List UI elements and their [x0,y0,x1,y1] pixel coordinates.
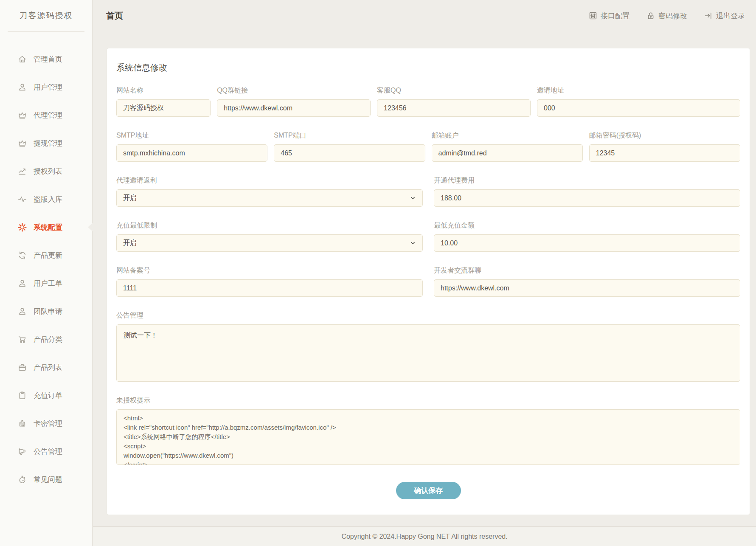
stopwatch-icon [18,475,27,484]
field-smtp-port: SMTP端口 [274,131,425,162]
sidebar-item-product-category[interactable]: 产品分类 [0,325,92,353]
sidebar-item-label: 授权列表 [34,166,62,176]
sidebar-item-label: 产品分类 [34,335,62,344]
field-email-password: 邮箱密码(授权码) [589,131,740,162]
sidebar-item-product-update[interactable]: 产品更新 [0,241,92,269]
sidebar-item-withdraw-management[interactable]: 提现管理 [0,129,92,157]
min-recharge-input[interactable] [434,234,740,252]
logout-icon [704,11,713,20]
save-button[interactable]: 确认保存 [396,482,461,499]
sidebar-item-card-key-management[interactable]: 卡密管理 [0,409,92,437]
form-row-5: 网站备案号 开发者交流群聊 [116,266,740,297]
field-label: 邀请地址 [537,86,740,95]
sidebar-item-announcement-management[interactable]: 公告管理 [0,437,92,465]
sidebar-item-faq[interactable]: 常见问题 [0,465,92,493]
active-item-arrow [88,223,93,231]
smtp-port-input[interactable] [274,144,425,162]
api-config-button[interactable]: 接口配置 [589,11,630,21]
sidebar-item-recharge-orders[interactable]: 充值订单 [0,381,92,409]
top-bar: 首页 接口配置 密码修改 退出登录 [93,0,756,31]
field-smtp-host: SMTP地址 [116,131,267,162]
password-change-button[interactable]: 密码修改 [646,11,687,21]
sidebar: 刀客源码授权 管理首页 用户管理 代理管理 提现管理 授权列表 盗版入库 系 [0,0,93,546]
chevron-down-icon [410,240,416,246]
sidebar-item-label: 用户管理 [34,82,62,92]
sidebar-item-product-list[interactable]: 产品列表 [0,353,92,381]
field-label: 代理邀请返利 [116,176,423,185]
sidebar-item-label: 提现管理 [34,138,62,148]
agent-rebate-select[interactable]: 开启 [116,189,423,207]
sidebar-item-license-list[interactable]: 授权列表 [0,157,92,185]
field-qq-group-link: QQ群链接 [217,86,371,117]
announcement-textarea[interactable]: 测试一下！ [116,324,740,382]
invite-address-input[interactable] [537,99,740,117]
sidebar-item-label: 代理管理 [34,110,62,120]
field-label: 客服QQ [377,86,531,95]
chevron-down-icon [410,195,416,201]
app-logo: 刀客源码授权 [0,0,92,31]
trend-chart-icon [18,167,27,176]
user-icon [18,279,27,288]
form-row-4: 充值最低限制 开启 最低充值金额 [116,221,740,252]
sidebar-item-user-tickets[interactable]: 用户工单 [0,269,92,297]
user-icon [18,83,27,92]
form-title: 系统信息修改 [116,62,740,73]
smtp-host-input[interactable] [116,144,267,162]
cart-icon [18,335,27,344]
icp-number-input[interactable] [116,279,423,297]
field-service-qq: 客服QQ [377,86,531,117]
email-password-input[interactable] [589,144,740,162]
field-invite-address: 邀请地址 [537,86,740,117]
selected-value: 开启 [123,239,137,248]
qq-group-link-input[interactable] [217,99,371,117]
megaphone-icon [18,447,27,456]
email-account-input[interactable] [432,144,583,162]
dev-group-input[interactable] [434,279,740,297]
system-info-card: 系统信息修改 网站名称 QQ群链接 客服QQ 邀请地址 SMTP地址 [107,48,750,515]
page-title: 首页 [106,10,123,22]
form-row-announcement: 公告管理 测试一下！ [116,311,740,382]
action-label: 退出登录 [716,11,745,21]
field-recharge-limit: 充值最低限制 开启 [116,221,423,252]
sidebar-item-pirate-storage[interactable]: 盗版入库 [0,185,92,213]
sidebar-item-system-config[interactable]: 系统配置 [0,213,92,241]
user-icon [18,307,27,316]
field-label: SMTP地址 [116,131,267,140]
sidebar-item-label: 充值订单 [34,391,62,400]
sidebar-item-team-application[interactable]: 团队申请 [0,297,92,325]
agent-fee-input[interactable] [434,189,740,207]
field-agent-rebate: 代理邀请返利 开启 [116,176,423,207]
lock-icon [646,11,655,20]
form-row-unauthorized: 未授权提示 <html> <link rel="shortcut icon" h… [116,396,740,465]
logout-button[interactable]: 退出登录 [704,11,745,21]
copyright-text: Copyright © 2024.Happy Gong NET All righ… [341,533,507,540]
sidebar-item-user-management[interactable]: 用户管理 [0,73,92,101]
field-dev-group: 开发者交流群聊 [434,266,740,297]
footer: Copyright © 2024.Happy Gong NET All righ… [93,526,756,546]
field-email-account: 邮箱账户 [432,131,583,162]
recharge-limit-select[interactable]: 开启 [116,234,423,252]
save-button-wrap: 确认保存 [116,482,740,499]
briefcase-icon [18,363,27,372]
selected-value: 开启 [123,194,137,203]
sidebar-item-admin-home[interactable]: 管理首页 [0,45,92,73]
form-row-3: 代理邀请返利 开启 开通代理费用 [116,176,740,207]
sidebar-item-agent-management[interactable]: 代理管理 [0,101,92,129]
crown-icon [18,139,27,148]
topbar-actions: 接口配置 密码修改 退出登录 [589,11,745,21]
field-label: SMTP端口 [274,131,425,140]
sidebar-item-label: 系统配置 [34,222,62,232]
action-label: 接口配置 [601,11,630,21]
brush-icon [18,419,27,428]
crown-icon [18,111,27,120]
unauthorized-tip-textarea[interactable]: <html> <link rel="shortcut icon" href="h… [116,409,740,465]
field-min-recharge: 最低充值金额 [434,221,740,252]
gear-icon [18,223,27,232]
service-qq-input[interactable] [377,99,531,117]
logo-divider [8,31,84,32]
sidebar-item-label: 用户工单 [34,279,62,288]
field-announcement: 公告管理 测试一下！ [116,311,740,382]
sidebar-menu: 管理首页 用户管理 代理管理 提现管理 授权列表 盗版入库 系统配置 产品更新 [0,45,92,493]
sidebar-item-label: 团队申请 [34,307,62,316]
site-name-input[interactable] [116,99,211,117]
